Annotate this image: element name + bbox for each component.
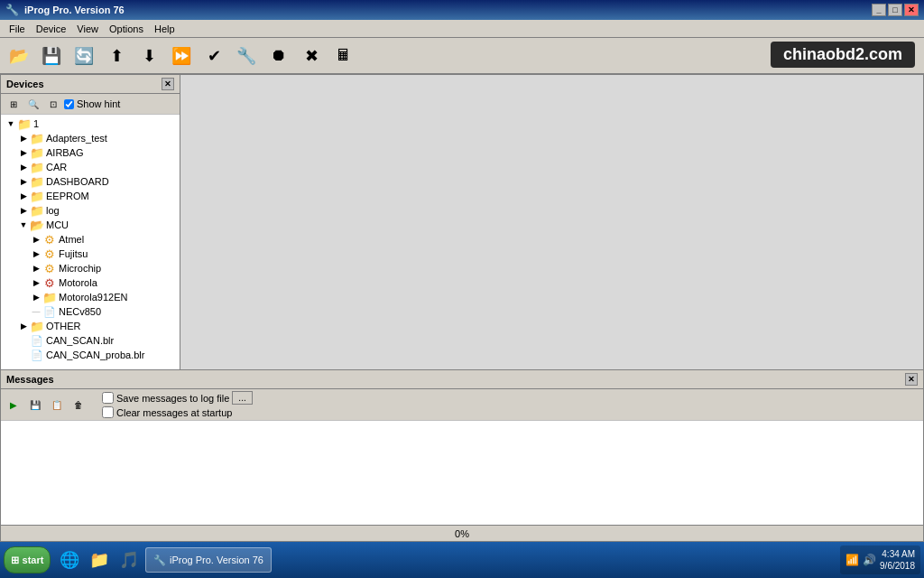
refresh-button[interactable]: 🔄: [69, 42, 99, 70]
tree-item-microchip[interactable]: ▶ ⚙ Microchip: [3, 261, 178, 275]
tree-label-adapters: Adapters_test: [46, 133, 107, 144]
upload-button[interactable]: ⬆: [101, 42, 132, 70]
save-button[interactable]: 💾: [36, 42, 67, 70]
save-to-log-label: Save messages to log file: [116, 393, 229, 404]
messages-header: Messages ✕: [1, 370, 923, 389]
toggle-root[interactable]: ▼: [5, 117, 17, 130]
toggle-motorola[interactable]: ▶: [30, 276, 42, 289]
forward-button[interactable]: ⏩: [166, 42, 197, 70]
toggle-microchip[interactable]: ▶: [30, 262, 42, 275]
iprog-taskbar-app[interactable]: 🔧 iProg Pro. Version 76: [145, 547, 272, 573]
system-tray: 📶 🔊 4:34 AM 9/6/2018: [840, 545, 920, 574]
spacer-can-scan: [17, 334, 30, 347]
stop-button[interactable]: ✖: [296, 42, 327, 70]
toggle-mcu[interactable]: ▼: [17, 219, 30, 231]
tree-label-fujitsu: Fujitsu: [59, 248, 88, 259]
tree-label-car: CAR: [46, 162, 67, 172]
tree-label-eeprom: EEPROM: [46, 191, 89, 201]
window-controls: _ □ ✕: [872, 4, 919, 16]
toggle-airbag[interactable]: ▶: [17, 146, 30, 159]
clear-at-startup-checkbox[interactable]: [102, 406, 114, 418]
close-button[interactable]: ✕: [904, 4, 919, 16]
folder-dashboard-icon: 📁: [30, 175, 44, 188]
save-to-log-checkbox[interactable]: [102, 392, 114, 404]
taskbar-items: 🌐 📁 🎵 🔧 iProg Pro. Version 76: [56, 546, 840, 573]
tree-item-log[interactable]: ▶ 📁 log: [3, 203, 178, 218]
download-button[interactable]: ⬇: [134, 42, 164, 70]
devices-title: Devices: [6, 79, 44, 89]
tree-item-can-scan-proba[interactable]: 📄 CAN_SCAN_proba.blr: [3, 348, 178, 362]
menu-view[interactable]: View: [71, 22, 104, 36]
devices-header: Devices ✕: [1, 75, 180, 94]
tree-label-airbag: AIRBAG: [46, 147, 84, 158]
tree-item-atmel[interactable]: ▶ ⚙ Atmel: [3, 232, 178, 247]
devices-tree-btn[interactable]: ⊞: [5, 96, 23, 112]
tree-item-can-scan[interactable]: 📄 CAN_SCAN.blr: [3, 333, 178, 348]
msg-add-button[interactable]: ▶: [5, 396, 23, 413]
toolbar: 📂 💾 🔄 ⬆ ⬇ ⏩ ✔ 🔧 ⏺ ✖ 🖩 chinaobd2.com: [0, 38, 924, 74]
msg-copy-button[interactable]: 📋: [48, 396, 66, 413]
messages-panel: Messages ✕ ▶ 💾 📋 🗑 Save messages to log …: [0, 370, 924, 542]
main-content-area: [180, 74, 924, 370]
tree-item-fujitsu[interactable]: ▶ ⚙ Fujitsu: [3, 247, 178, 261]
tree-label-motorola912: Motorola912EN: [59, 292, 127, 303]
folder-motorola-icon: ⚙: [42, 276, 57, 289]
tree-item-root[interactable]: ▼ 📁 1: [3, 117, 178, 131]
check-button[interactable]: ✔: [199, 42, 229, 70]
ie-icon[interactable]: 🌐: [56, 546, 83, 573]
devices-close-button[interactable]: ✕: [162, 78, 174, 90]
folder-log-icon: 📁: [30, 204, 44, 217]
tree-container[interactable]: ▼ 📁 1 ▶ 📁 Adapters_test ▶ 📁 AIRBAG: [1, 115, 180, 369]
tree-item-adapters[interactable]: ▶ 📁 Adapters_test: [3, 131, 178, 145]
toggle-dashboard[interactable]: ▶: [17, 175, 30, 188]
menu-options[interactable]: Options: [104, 22, 149, 36]
tool-button[interactable]: 🔧: [231, 42, 262, 70]
tree-item-mcu[interactable]: ▼ 📂 MCU: [3, 218, 178, 232]
menu-help[interactable]: Help: [149, 22, 180, 36]
tree-item-car[interactable]: ▶ 📁 CAR: [3, 160, 178, 174]
msg-save-button[interactable]: 💾: [26, 396, 44, 413]
toggle-fujitsu[interactable]: ▶: [30, 247, 42, 260]
tree-item-necv850[interactable]: — 📄 NECv850: [3, 304, 178, 319]
toggle-log[interactable]: ▶: [17, 204, 30, 217]
windows-logo: ⊞: [11, 555, 19, 566]
menu-device[interactable]: Device: [31, 22, 72, 36]
tree-item-eeprom[interactable]: ▶ 📁 EEPROM: [3, 189, 178, 203]
show-hint-checkbox[interactable]: [64, 99, 74, 109]
tree-label-motorola: Motorola: [59, 277, 97, 288]
media-icon[interactable]: 🎵: [116, 546, 143, 573]
messages-content[interactable]: [1, 421, 923, 525]
tree-label-other: OTHER: [46, 321, 81, 331]
toggle-adapters[interactable]: ▶: [17, 132, 30, 144]
toggle-other[interactable]: ▶: [17, 320, 30, 332]
folder-taskbar-icon[interactable]: 📁: [86, 546, 113, 573]
msg-clear-button[interactable]: 🗑: [69, 396, 88, 413]
maximize-button[interactable]: □: [888, 4, 902, 16]
minimize-button[interactable]: _: [872, 4, 886, 16]
record-button[interactable]: ⏺: [263, 42, 294, 70]
brand-badge: chinaobd2.com: [771, 42, 915, 68]
toggle-atmel[interactable]: ▶: [30, 233, 42, 246]
devices-expand-btn[interactable]: ⊡: [44, 96, 62, 112]
tree-item-dashboard[interactable]: ▶ 📁 DASHBOARD: [3, 174, 178, 189]
open-button[interactable]: 📂: [4, 42, 34, 70]
spacer-can-scan-proba: [17, 349, 30, 361]
toggle-motorola912[interactable]: ▶: [30, 291, 42, 303]
title-bar: 🔧 iProg Pro. Version 76 _ □ ✕: [0, 0, 924, 20]
toggle-car[interactable]: ▶: [17, 161, 30, 173]
toggle-eeprom[interactable]: ▶: [17, 190, 30, 202]
tree-item-motorola912[interactable]: ▶ 📁 Motorola912EN: [3, 290, 178, 304]
tree-label-can-scan-proba: CAN_SCAN_proba.blr: [46, 350, 144, 360]
start-button[interactable]: ⊞ start: [4, 546, 51, 573]
toggle-necv850[interactable]: —: [30, 305, 42, 318]
tree-item-other[interactable]: ▶ 📁 OTHER: [3, 319, 178, 333]
messages-toolbar: ▶ 💾 📋 🗑 Save messages to log file ... Cl…: [1, 389, 923, 421]
tree-item-motorola[interactable]: ▶ ⚙ Motorola: [3, 275, 178, 290]
menu-file[interactable]: File: [4, 22, 31, 36]
browse-button[interactable]: ...: [232, 391, 252, 405]
tree-item-airbag[interactable]: ▶ 📁 AIRBAG: [3, 145, 178, 160]
messages-close-button[interactable]: ✕: [905, 373, 918, 386]
iprog-label: iProg Pro. Version 76: [170, 555, 263, 565]
calc-button[interactable]: 🖩: [328, 42, 359, 70]
devices-search-btn[interactable]: 🔍: [24, 96, 42, 112]
